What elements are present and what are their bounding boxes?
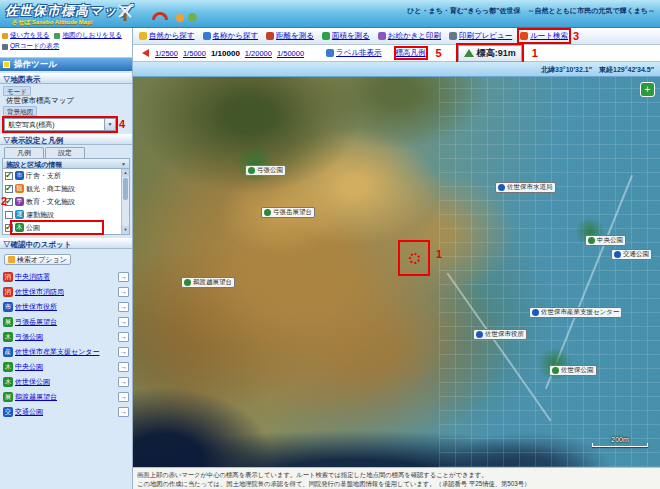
- back-arrow-icon[interactable]: [138, 49, 149, 57]
- layer-checkbox[interactable]: [5, 224, 13, 232]
- tab[interactable]: 凡例: [4, 147, 44, 158]
- map-label[interactable]: 佐世保市水道局: [495, 182, 556, 193]
- toolbar-button-label: 面積を測る: [332, 31, 370, 41]
- list-item: 木 佐世保公園 →: [2, 374, 130, 389]
- spot-locate-button[interactable]: →: [118, 392, 129, 402]
- layer-icon: 運: [15, 210, 24, 219]
- label-toggle-link[interactable]: ラベル非表示: [326, 48, 382, 58]
- spot-link[interactable]: 弓張公園: [15, 332, 116, 342]
- spot-locate-button[interactable]: →: [118, 287, 129, 297]
- spot-link[interactable]: 佐世保公園: [15, 377, 116, 387]
- toolbar-button[interactable]: 印刷プレビュー: [449, 31, 512, 41]
- spot-link[interactable]: 中央公園: [15, 362, 116, 372]
- toolbar-button[interactable]: お絵かきと印刷: [378, 31, 441, 41]
- spot-icon: 展: [3, 392, 13, 402]
- list-item: 消 中央消防署 →: [2, 269, 130, 284]
- map-label[interactable]: 佐世保市役所: [473, 329, 527, 340]
- app-window: 佐世保市標高マップ させぼ Sasebo Altitude Map! ひと・まち…: [0, 0, 660, 489]
- spot-link[interactable]: 中央消防署: [15, 272, 116, 282]
- layer-row: 木 公園: [3, 221, 129, 234]
- toolbar-button-icon: [139, 32, 147, 40]
- section-display-settings[interactable]: ▽表示設定と凡例: [0, 134, 132, 145]
- map-scale-bar: [592, 443, 648, 447]
- layer-checkbox[interactable]: [5, 185, 13, 193]
- toolbar-button[interactable]: 名称から探す: [203, 31, 259, 41]
- search-options-button[interactable]: 検索オプション: [4, 254, 71, 265]
- spot-icon: 市: [3, 302, 13, 312]
- label-toggle-text: ラベル非表示: [336, 48, 382, 58]
- scale-link[interactable]: 1/5000: [183, 49, 206, 58]
- elevation-readout: 標高:91m: [458, 45, 522, 62]
- toolbar-button[interactable]: 距離を測る: [266, 31, 314, 41]
- scale-link[interactable]: 1/20000: [245, 49, 272, 58]
- spot-locate-button[interactable]: →: [118, 362, 129, 372]
- quick-link[interactable]: 地図のしおりを見る: [54, 31, 121, 40]
- toolbar-button[interactable]: ルート検索: [520, 31, 568, 41]
- map-zoom-control[interactable]: +: [640, 82, 655, 97]
- callout-2: 2: [1, 196, 7, 207]
- mascot-icon: [176, 14, 184, 22]
- spot-icon: 消: [3, 287, 13, 297]
- spot-locate-button[interactable]: →: [118, 377, 129, 387]
- map-canvas[interactable]: 弓張公園 弓張岳展望台 鵜渡越展望台 佐世保市水道局: [133, 77, 660, 467]
- spot-locate-button[interactable]: →: [118, 317, 129, 327]
- section-map-display[interactable]: ▽地図表示: [0, 73, 132, 84]
- quick-links: 使い方を見る 地図のしおりを見る QRコードの表示: [0, 28, 133, 58]
- spot-link[interactable]: 交通公園: [15, 407, 116, 417]
- map-label[interactable]: 交通公園: [611, 249, 652, 260]
- map-label[interactable]: 鵜渡越展望台: [181, 277, 235, 288]
- scroll-down-icon[interactable]: ▼: [122, 226, 129, 234]
- spot-link[interactable]: 佐世保市役所: [15, 302, 116, 312]
- layer-list: 市 庁舎・支所 観 観光・商工施設 学 教育・文化施設: [2, 169, 130, 235]
- quick-link[interactable]: QRコードの表示: [2, 42, 59, 51]
- map-label-text: 交通公園: [623, 250, 649, 259]
- spot-icon: 木: [3, 377, 13, 387]
- spot-locate-button[interactable]: →: [118, 302, 129, 312]
- map-label[interactable]: 弓張公園: [245, 165, 286, 176]
- map-label[interactable]: 弓張岳展望台: [261, 207, 315, 218]
- scale-link[interactable]: 1/2500: [155, 49, 178, 58]
- spot-link[interactable]: 弓張岳展望台: [15, 317, 116, 327]
- toolbar-button-icon: [322, 32, 330, 40]
- spot-list: 消 中央消防署 → 消 佐世保市消防局 → 市 佐世保市役所 → 展: [2, 269, 130, 419]
- toolbar-button-label: お絵かきと印刷: [388, 31, 441, 41]
- mode-label: モード: [3, 86, 31, 96]
- layer-checkbox[interactable]: [5, 211, 13, 219]
- tab[interactable]: 設定: [45, 147, 85, 158]
- elevation-value: 標高:91m: [477, 47, 516, 60]
- city-tagline: ひと・まち・育む“きらっ都”佐世保 ～自然とともに市民の元気で輝くまち～: [407, 6, 655, 16]
- spot-link[interactable]: 鵜渡越展望台: [15, 392, 116, 402]
- spot-link[interactable]: 佐世保市消防局: [15, 287, 116, 297]
- elevation-legend-button[interactable]: 標高凡例: [396, 48, 426, 58]
- layer-label: 観光・商工施設: [26, 184, 75, 194]
- layer-checkbox[interactable]: [5, 172, 13, 180]
- layer-icon: 観: [15, 184, 24, 193]
- spot-locate-button[interactable]: →: [118, 347, 129, 357]
- scrollbar[interactable]: ▲ ▼: [121, 169, 129, 234]
- scrollbar-thumb[interactable]: [123, 178, 128, 200]
- spot-link[interactable]: 佐世保市産業支援センター: [15, 347, 116, 357]
- scroll-up-icon[interactable]: ▲: [122, 169, 129, 177]
- spot-locate-button[interactable]: →: [118, 332, 129, 342]
- toolbar-button[interactable]: 面積を測る: [322, 31, 370, 41]
- spot-icon: 交: [3, 407, 13, 417]
- scale-link[interactable]: 1/10000: [211, 49, 240, 58]
- map-label-icon: [588, 237, 595, 244]
- spot-locate-button[interactable]: →: [118, 407, 129, 417]
- section-spots[interactable]: ▽確認中のスポット: [0, 238, 132, 249]
- layer-icon: 学: [15, 197, 24, 206]
- scale-links: 1/2500 1/5000 1/10000 1/20000 1/50000: [155, 49, 304, 58]
- facility-group-title[interactable]: 施設と区域の情報 ▼: [2, 158, 130, 169]
- header: 佐世保市標高マップ させぼ Sasebo Altitude Map! ひと・まち…: [0, 0, 660, 28]
- map-labels: 弓張公園 弓張岳展望台 鵜渡越展望台 佐世保市水道局: [133, 77, 660, 467]
- background-map-select[interactable]: 航空写真(標高) ▼: [4, 118, 116, 131]
- toolbar-button[interactable]: 自然から探す: [139, 31, 195, 41]
- mountain-icon: [464, 49, 474, 57]
- spot-locate-button[interactable]: →: [118, 272, 129, 282]
- operation-panel: 操作ツール ▽地図表示 モード 佐世保市標高マップ 背景地図 航空写真(標高) …: [0, 58, 133, 489]
- quick-link[interactable]: 使い方を見る: [2, 31, 49, 40]
- map-label[interactable]: 佐世保市産業支援センター: [529, 307, 622, 318]
- map-label[interactable]: 佐世保公園: [549, 365, 597, 376]
- map-label[interactable]: 中央公園: [585, 235, 626, 246]
- scale-link[interactable]: 1/50000: [277, 49, 304, 58]
